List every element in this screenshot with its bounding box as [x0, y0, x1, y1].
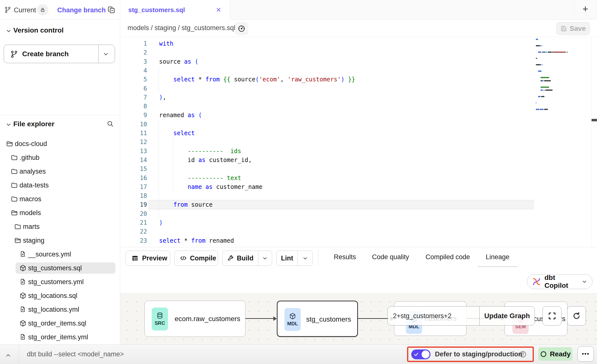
compile-button[interactable]: Compile	[174, 251, 218, 266]
code-icon	[180, 255, 187, 262]
file-tree-label: marts	[23, 223, 40, 231]
file-explorer-divider	[0, 115, 120, 115]
file-tree-item-data-tests[interactable]: data-tests	[0, 178, 120, 192]
minimap-line	[536, 58, 537, 59]
tab-lineage[interactable]: Lineage	[486, 247, 509, 267]
file-tree-item-macros[interactable]: macros	[0, 192, 120, 206]
new-tab-button[interactable]: +	[582, 3, 588, 15]
folder-open-icon	[11, 209, 18, 217]
search-icon[interactable]	[107, 120, 114, 127]
file-tree-label: docs-cloud	[15, 140, 47, 148]
close-tab-icon[interactable]: ✕	[216, 6, 221, 14]
git-branch-icon	[10, 50, 18, 58]
minimap-line	[541, 87, 549, 88]
folder-open-icon	[14, 237, 21, 244]
lineage-node-stg-customers[interactable]: MDLstg_customers	[277, 301, 358, 337]
lineage-selector-input[interactable]: 2+stg_customers+2	[388, 307, 479, 325]
indent-guide	[159, 200, 159, 209]
ready-label: Ready	[550, 350, 571, 358]
tab-compiled-code[interactable]: Compiled code	[426, 247, 470, 267]
file-tree-item-marts[interactable]: marts	[0, 220, 120, 234]
indent-guide	[159, 182, 159, 192]
minimap-line	[541, 64, 542, 65]
minimap-line	[548, 52, 551, 53]
minimap-line	[536, 64, 541, 65]
status-badge-ready: Ready	[538, 347, 572, 361]
file-tree-item-docs-cloud[interactable]: docs-cloud	[0, 137, 120, 151]
file-tree-item-stg-customers-yml[interactable]: stg_customers.yml	[0, 275, 120, 289]
tab-results[interactable]: Results	[334, 247, 356, 267]
file-tree-item-stg-customers-sql[interactable]: stg_customers.sql	[0, 261, 120, 275]
file-tree-item--sources-yml[interactable]: __sources.yml	[0, 247, 120, 261]
file-tree-item-stg-order-items-yml[interactable]: stg_order_items.yml	[0, 330, 120, 344]
code-line-14: id as customer_id,	[159, 156, 252, 164]
folder-icon	[14, 223, 21, 230]
lint-button[interactable]: Lint	[276, 251, 313, 266]
code-editor[interactable]: 1with23source as (45 select * from {{ so…	[120, 37, 597, 247]
fullscreen-button[interactable]	[542, 306, 561, 326]
file-tree-item-analyses[interactable]: analyses	[0, 164, 120, 178]
preview-button[interactable]: Preview	[126, 251, 170, 266]
indent-guide	[159, 156, 159, 165]
help-icon[interactable]	[519, 350, 527, 358]
indent-guide	[159, 174, 159, 183]
build-dropdown-chevron-icon[interactable]	[258, 255, 272, 261]
file-tree-item-staging[interactable]: staging	[0, 234, 120, 247]
file-tree-item-stg-order-items-sql[interactable]: stg_order_items.sql	[0, 316, 120, 330]
file-tree-item--github[interactable]: .github	[0, 151, 120, 164]
line-number: 23	[122, 236, 147, 245]
update-graph-button[interactable]: Update Graph	[479, 307, 535, 325]
save-button[interactable]: Save	[556, 22, 590, 35]
doc-icon	[19, 333, 26, 340]
minimap-line	[536, 109, 539, 110]
editor-scrollbar[interactable]	[591, 37, 591, 247]
minimap-line	[536, 102, 536, 104]
breadcrumb: models / staging / stg_customers.sql	[128, 24, 235, 32]
file-explorer-chevron-icon[interactable]	[5, 121, 12, 128]
version-control-chevron-icon[interactable]	[5, 28, 12, 34]
file-tree-item-stg-locations-yml[interactable]: stg_locations.yml	[0, 303, 120, 316]
node-label: stg_customers	[306, 315, 351, 323]
lineage-edge-arrowhead	[273, 316, 277, 321]
build-button[interactable]: Build	[222, 251, 272, 266]
preview-label: Preview	[142, 255, 167, 262]
indent-guide	[159, 75, 159, 84]
create-branch-button[interactable]: Create branch	[4, 45, 115, 63]
lint-label: Lint	[277, 255, 298, 262]
line-number: 2	[122, 48, 147, 57]
minimap-line	[536, 39, 538, 40]
refresh-button[interactable]	[567, 306, 586, 326]
refresh-icon	[572, 311, 581, 320]
more-options-button[interactable]: •••	[578, 346, 594, 362]
folder-open-icon	[6, 140, 13, 147]
file-tree-item-stg-locations-sql[interactable]: stg_locations.sql	[0, 289, 120, 303]
file-tree-label: models	[19, 209, 41, 217]
create-branch-label: Create branch	[22, 50, 69, 58]
copilot-chevron-icon	[581, 279, 587, 285]
tab-stg-customers-sql[interactable]: stg_customers.sql ✕	[120, 0, 230, 20]
code-line-17: name as customer_name	[159, 182, 262, 191]
change-branch-link[interactable]: Change branch	[57, 6, 106, 14]
tab-bar: +	[230, 0, 597, 20]
sidebar: Current Change branch Version control Cr…	[0, 0, 120, 345]
tab-title: stg_customers.sql	[128, 6, 185, 14]
editor-minimap[interactable]	[533, 37, 591, 247]
line-number: 3	[122, 57, 147, 66]
lineage-edge	[245, 318, 274, 319]
command-input[interactable]: dbt build --select <model_name>	[27, 345, 124, 364]
copy-icon[interactable]	[107, 6, 115, 14]
branch-header: Current Change branch	[0, 0, 120, 20]
gauge-chip[interactable]	[235, 22, 248, 35]
dbt-copilot-button[interactable]: dbt Copilot	[527, 274, 593, 289]
minimap-line	[557, 52, 565, 53]
lint-dropdown-chevron-icon[interactable]	[298, 255, 313, 261]
defer-toggle[interactable]	[411, 349, 430, 359]
minimap-line	[544, 80, 551, 81]
tab-code-quality[interactable]: Code quality	[372, 247, 409, 267]
collapse-chevron-up-icon[interactable]	[5, 352, 11, 359]
create-branch-chevron-icon[interactable]	[103, 51, 109, 57]
toggle-knob	[422, 350, 429, 358]
lineage-node-ecom-raw-customers[interactable]: SRCecom.raw_customers	[145, 301, 245, 337]
breadcrumb-row: models / staging / stg_customers.sql	[120, 20, 597, 37]
file-tree-item-models[interactable]: models	[0, 206, 120, 220]
